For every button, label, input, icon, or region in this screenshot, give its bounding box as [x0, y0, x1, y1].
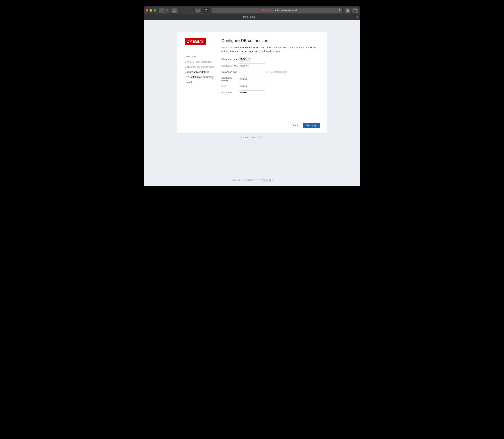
label-db-name: Database name [222, 76, 239, 82]
chevron-left-icon [161, 9, 163, 12]
license-prefix: Licensed under [240, 136, 257, 139]
window-controls [146, 9, 157, 12]
license-line: Licensed under GPL v2 [144, 136, 360, 139]
share-button[interactable] [345, 8, 351, 13]
label-db-port: Database port [222, 71, 239, 73]
step-zabbix-server-details[interactable]: Zabbix server details [177, 70, 218, 75]
footer: Zabbix 4.0.2. © 2001–2018, Zabbix SIA [231, 179, 273, 182]
minimize-window-button[interactable] [150, 9, 152, 12]
footer-link[interactable]: Zabbix SIA [261, 179, 273, 182]
titlebar: Not Secure — zabbix.rabanser.local [144, 6, 360, 14]
reload-icon [338, 9, 340, 12]
right-toolbar [345, 8, 358, 13]
setup-sidebar: ZABBIX WelcomeCheck of pre-requisitesCon… [177, 38, 218, 128]
sidebar-icon [173, 9, 176, 12]
setup-steps: WelcomeCheck of pre-requisitesConfigure … [177, 54, 218, 85]
license-link[interactable]: GPL v2 [257, 136, 265, 139]
page-title: Configure DB connection [222, 38, 320, 43]
label-db-host: Database host [222, 64, 239, 67]
input-db-host[interactable] [239, 63, 265, 68]
step-configure-db-connection[interactable]: Configure DB connection [177, 64, 218, 70]
svg-rect-0 [173, 10, 176, 12]
row-db-type: Database type MySQL [222, 57, 320, 61]
step-install[interactable]: Install [177, 80, 218, 85]
back-nav-button[interactable] [159, 8, 164, 13]
setup-card: ZABBIX WelcomeCheck of pre-requisitesCon… [177, 32, 327, 133]
row-db-name: Database name [222, 76, 320, 82]
label-db-type: Database type [222, 58, 239, 61]
next-step-button[interactable]: Next step [303, 123, 320, 128]
row-db-password: Password [222, 90, 320, 95]
zabbix-logo: ZABBIX [185, 38, 206, 45]
select-db-type[interactable]: MySQL [239, 57, 251, 61]
share-icon [346, 9, 349, 12]
row-db-user: User [222, 84, 320, 88]
reader-button[interactable] [195, 8, 201, 13]
shield-icon [204, 9, 207, 12]
input-db-user[interactable] [239, 84, 265, 88]
reader-icon [196, 9, 200, 12]
chevron-right-icon [166, 9, 168, 12]
forward-nav-button[interactable] [164, 8, 170, 13]
svg-rect-7 [354, 10, 356, 12]
new-tab-button[interactable]: + [354, 14, 360, 20]
step-welcome[interactable]: Welcome [177, 54, 218, 59]
sidebar-toggle-button[interactable] [171, 8, 177, 13]
close-window-button[interactable] [146, 9, 148, 12]
privacy-report-button[interactable] [203, 8, 209, 13]
address-bar[interactable]: Not Secure — zabbix.rabanser.local [212, 8, 342, 13]
show-tabs-button[interactable] [352, 8, 358, 13]
hint-db-port: 0 - use default port [267, 71, 287, 73]
label-db-password: Password [222, 91, 239, 94]
input-db-password[interactable] [239, 90, 265, 95]
row-db-host: Database host [222, 63, 320, 68]
tab-bar: Installation + [144, 14, 360, 20]
input-db-port[interactable] [239, 70, 265, 74]
footer-text: Zabbix 4.0.2. © 2001–2018, [231, 179, 261, 182]
input-db-name[interactable] [239, 77, 265, 81]
label-db-user: User [222, 85, 239, 87]
zoom-window-button[interactable] [154, 9, 156, 12]
browser-window: Not Secure — zabbix.rabanser.local Insta… [144, 6, 360, 186]
help-text: Please create database manually, and set… [222, 46, 320, 53]
reload-button[interactable] [338, 9, 340, 12]
row-db-port: Database port 0 - use default port [222, 70, 320, 74]
back-button[interactable]: Back [290, 123, 301, 128]
setup-main: Configure DB connection Please create da… [218, 38, 327, 128]
action-buttons: Back Next step [222, 97, 320, 128]
nav-buttons [159, 8, 170, 13]
page-body: ZABBIX WelcomeCheck of pre-requisitesCon… [144, 20, 360, 186]
step-check-of-pre-requisites[interactable]: Check of pre-requisites [177, 59, 218, 64]
not-secure-label: Not Secure — zabbix.rabanser.local [257, 9, 297, 12]
tab-installation[interactable]: Installation [144, 16, 354, 18]
tabs-icon [354, 9, 357, 12]
step-pre-installation-summary[interactable]: Pre-installation summary [177, 74, 218, 80]
